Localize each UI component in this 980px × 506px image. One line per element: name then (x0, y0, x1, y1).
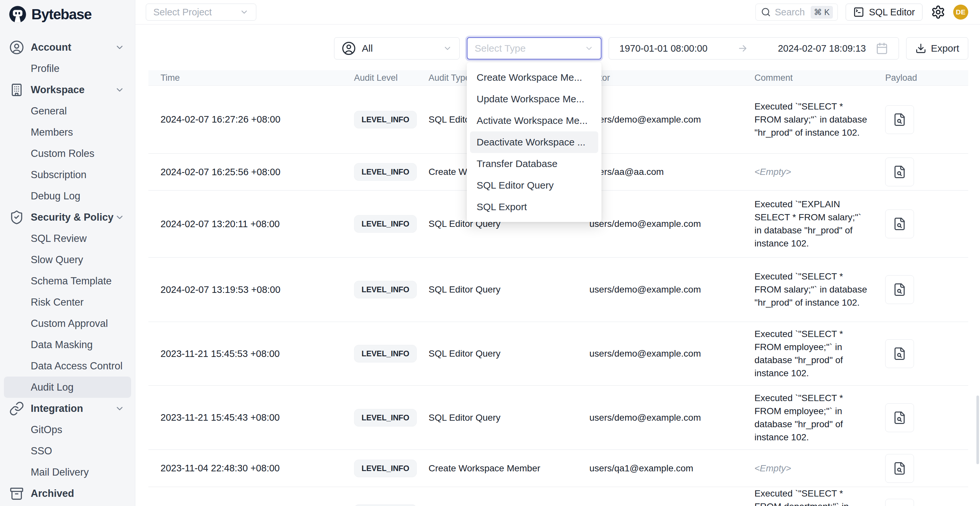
export-button[interactable]: Export (906, 37, 968, 59)
cell-actor: users/demo@example.com (577, 219, 742, 229)
cell-actor: users/qa1@example.com (577, 463, 742, 474)
search-shortcut-badge: ⌘ K (811, 6, 833, 19)
sidebar-item-gitops[interactable]: GitOps (4, 419, 131, 440)
payload-button[interactable] (885, 210, 914, 238)
scrollbar-thumb[interactable] (977, 396, 979, 464)
topbar: Select Project Search ⌘ K SQL Editor DE (135, 0, 980, 24)
sidebar-item-mail-delivery[interactable]: Mail Delivery (4, 461, 131, 483)
sidebar-item-subscription[interactable]: Subscription (4, 164, 131, 185)
menu-item-activate-workspace-me[interactable]: Activate Workspace Me... (467, 110, 601, 131)
sidebar-item-label: Archived (31, 488, 74, 500)
cell-audit-level: LEVEL_INFO (342, 215, 417, 233)
payload-button[interactable] (885, 454, 914, 483)
search-icon (761, 7, 771, 17)
type-filter-dropdown[interactable]: Select Type (467, 37, 601, 59)
menu-item-label: Update Workspace Me... (477, 94, 584, 105)
select-project-dropdown[interactable]: Select Project (146, 3, 256, 21)
chevron-down-icon (443, 44, 452, 53)
payload-button[interactable] (885, 339, 914, 368)
audit-level-badge: LEVEL_INFO (354, 281, 417, 298)
sidebar-item-data-access-control[interactable]: Data Access Control (4, 355, 131, 377)
chevron-down-icon (115, 43, 124, 52)
cell-time: 2023-11-04 22:48:30 +08:00 (148, 463, 342, 474)
type-filter-placeholder: Select Type (475, 43, 584, 54)
chevron-down-icon (115, 404, 124, 414)
sidebar-item-label: Slow Query (31, 254, 83, 266)
payload-button[interactable] (885, 105, 914, 134)
sidebar-item-label: Members (31, 126, 73, 138)
sidebar-item-members[interactable]: Members (4, 122, 131, 143)
menu-item-label: SQL Editor Query (477, 180, 554, 191)
sidebar-item-data-masking[interactable]: Data Masking (4, 334, 131, 355)
payload-button[interactable] (885, 403, 914, 432)
menu-item-deactivate-workspace[interactable]: Deactivate Workspace ... (470, 131, 598, 153)
date-range-picker[interactable]: 1970-01-01 08:00:00 2024-02-07 18:09:13 (609, 37, 899, 59)
sidebar-item-debug-log[interactable]: Debug Log (4, 185, 131, 207)
sidebar-item-security-policy[interactable]: Security & Policy (4, 207, 131, 228)
bytebase-logo-icon (8, 5, 27, 24)
audit-level-badge: LEVEL_INFO (354, 409, 417, 426)
menu-item-update-workspace-me[interactable]: Update Workspace Me... (467, 88, 601, 110)
cell-time: 2024-02-07 13:19:53 +08:00 (148, 284, 342, 295)
sidebar-item-audit-log[interactable]: Audit Log (4, 377, 131, 398)
sql-editor-button[interactable]: SQL Editor (846, 3, 923, 21)
person-circle-icon (342, 41, 356, 56)
sidebar-item-workspace[interactable]: Workspace (4, 79, 131, 100)
sidebar-item-custom-roles[interactable]: Custom Roles (4, 143, 131, 164)
search-input[interactable]: Search ⌘ K (756, 3, 838, 21)
column-header-audit-level: Audit Level (342, 73, 417, 83)
sidebar-item-sso[interactable]: SSO (4, 440, 131, 461)
cell-comment: Executed `"SELECT * FROM employee;"` in … (742, 391, 873, 444)
sidebar-item-profile[interactable]: Profile (4, 58, 131, 79)
archive-icon (9, 486, 24, 501)
file-search-icon (893, 347, 907, 361)
sidebar-item-general[interactable]: General (4, 100, 131, 122)
sidebar-item-risk-center[interactable]: Risk Center (4, 291, 131, 313)
gear-icon[interactable] (931, 5, 945, 19)
sidebar-item-label: Audit Log (31, 382, 73, 393)
payload-button[interactable] (885, 275, 914, 304)
sidebar-item-label: Integration (31, 403, 83, 414)
sidebar-item-slow-query[interactable]: Slow Query (4, 249, 131, 271)
avatar[interactable]: DE (953, 5, 968, 20)
sidebar-item-custom-approval[interactable]: Custom Approval (4, 313, 131, 334)
cell-payload (873, 210, 968, 238)
file-search-icon (893, 283, 907, 296)
sidebar: Bytebase AccountProfileWorkspaceGeneralM… (0, 0, 135, 506)
sidebar-item-sql-review[interactable]: SQL Review (4, 228, 131, 249)
cell-audit-type: SQL Editor Query (417, 284, 577, 295)
payload-button[interactable] (885, 499, 914, 506)
bytebase-logo[interactable]: Bytebase (0, 0, 135, 25)
file-search-icon (893, 217, 907, 231)
cell-payload (873, 454, 968, 483)
sidebar-item-schema-template[interactable]: Schema Template (4, 271, 131, 291)
audit-level-badge: LEVEL_INFO (354, 111, 417, 129)
cell-actor: users/demo@example.com (577, 284, 742, 295)
select-project-placeholder: Select Project (153, 7, 212, 18)
sidebar-item-account[interactable]: Account (4, 37, 131, 58)
payload-button[interactable] (885, 158, 914, 186)
menu-item-transfer-database[interactable]: Transfer Database (467, 153, 601, 175)
cell-comment: Executed `"SELECT * FROM salary;"` in da… (742, 100, 873, 139)
menu-item-sql-export[interactable]: SQL Export (467, 196, 601, 218)
chevron-down-icon (115, 85, 124, 95)
column-header-comment: Comment (742, 73, 873, 83)
cell-actor: users/demo@example.com (577, 115, 742, 125)
menu-item-create-workspace-me[interactable]: Create Workspace Me... (467, 67, 601, 88)
cell-audit-type: Create Workspace Member (417, 463, 577, 474)
cell-comment: Executed `"SELECT * FROM employee;"` in … (742, 328, 873, 380)
sidebar-item-label: Risk Center (31, 296, 84, 308)
sidebar-item-integration[interactable]: Integration (4, 398, 131, 419)
audit-level-badge: LEVEL_INFO (354, 460, 417, 477)
sidebar-item-archived[interactable]: Archived (4, 483, 131, 504)
audit-level-badge: LEVEL_INFO (354, 345, 417, 363)
filter-bar: All Select Type 1970-01-01 08:00:00 2024… (334, 37, 968, 59)
sidebar-item-label: Custom Approval (31, 318, 108, 329)
arrow-right-icon (737, 43, 748, 54)
cell-payload (873, 339, 968, 368)
cell-payload (873, 499, 968, 506)
table-row: 2023-11-21 15:45:43 +08:00LEVEL_INFOSQL … (148, 386, 968, 450)
actor-filter-dropdown[interactable]: All (334, 37, 460, 59)
menu-item-sql-editor-query[interactable]: SQL Editor Query (467, 175, 601, 196)
cell-audit-level: LEVEL_INFO (342, 460, 417, 477)
